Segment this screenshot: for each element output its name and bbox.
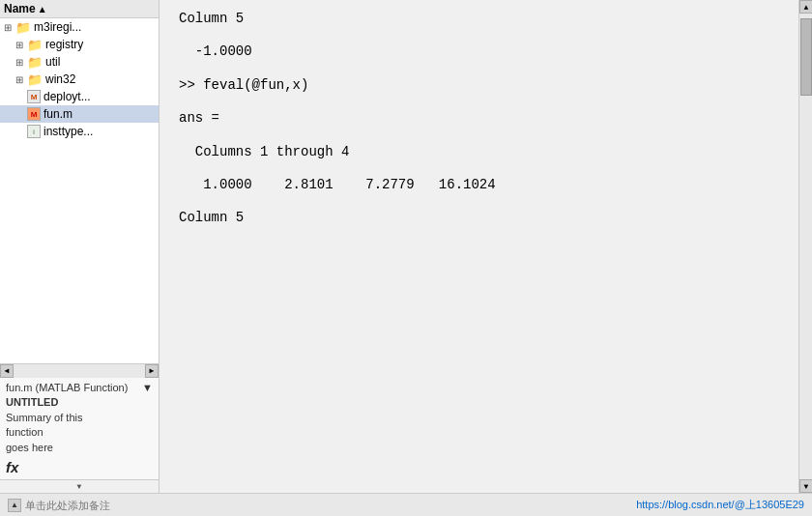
sidebar-info-header: fun.m (MATLAB Function) ▼	[6, 382, 153, 393]
blank-line	[179, 129, 779, 141]
tree-item-funm[interactable]: M fun.m	[0, 105, 159, 123]
status-note-input[interactable]	[25, 500, 159, 511]
tree-item-util[interactable]: ⊞ 📁 util	[0, 53, 159, 71]
sort-arrow-icon: ▲	[38, 4, 47, 14]
tree-header: Name ▲	[0, 0, 159, 18]
tree-item-insttype[interactable]: i insttype...	[0, 123, 159, 140]
status-bar: ▲ https://blog.csdn.net/@上13605E29	[0, 493, 812, 516]
expand-icon: ⊞	[15, 40, 27, 50]
file-inst-icon: i	[27, 125, 41, 138]
output-prompt-feval: >> feval(@fun,x)	[179, 74, 779, 96]
output-line-col5-top: Column 5	[179, 8, 779, 29]
scroll-track	[799, 14, 812, 479]
output-line-values14: 1.0000 2.8101 7.2779 16.1024	[179, 174, 779, 195]
output-text: Column 5	[179, 11, 244, 26]
file-m-icon: M	[27, 90, 41, 103]
folder-icon: 📁	[27, 38, 43, 51]
sidebar-info-panel: fun.m (MATLAB Function) ▼ UNTITLED Summa…	[0, 377, 159, 479]
blank-line	[179, 195, 779, 207]
collapse-icon[interactable]: ▼	[142, 382, 153, 393]
output-text: ans =	[179, 110, 219, 126]
name-column-header: Name	[4, 2, 36, 15]
tree-item-m3iregi[interactable]: ⊞ 📁 m3iregi...	[0, 18, 159, 36]
right-panel: Column 5 -1.0000 >> feval(@fun,x) ans = …	[160, 0, 812, 493]
console-scrollbar: ▲ ▼	[798, 0, 812, 493]
status-url: https://blog.csdn.net/@上13605E29	[636, 498, 804, 512]
sidebar-info-footer: fx	[6, 459, 153, 475]
main-area: Name ▲ ⊞ 📁 m3iregi... ⊞ 📁 registry ⊞ 📁 u…	[0, 0, 812, 493]
output-line-cols14: Columns 1 through 4	[179, 141, 779, 162]
scroll-right-btn[interactable]: ▶	[145, 364, 159, 378]
tree-item-registry[interactable]: ⊞ 📁 registry	[0, 36, 159, 53]
prompt-text: >> feval(@fun,x)	[179, 77, 308, 93]
sidebar-info-title: fun.m (MATLAB Function)	[6, 382, 128, 393]
expand-icon: ⊞	[4, 22, 15, 33]
info-description-2: function	[6, 426, 44, 438]
tree-item-label: m3iregi...	[34, 20, 81, 34]
scroll-left-btn[interactable]: ◀	[0, 364, 14, 378]
output-text: 1.0000 2.8101 7.2779 16.1024	[179, 177, 496, 192]
output-text: -1.0000	[179, 43, 252, 59]
status-scroll-up-btn[interactable]: ▲	[8, 499, 21, 512]
expand-icon: ⊞	[15, 57, 27, 68]
info-description-3: goes here	[6, 442, 53, 453]
output-text: Columns 1 through 4	[179, 144, 349, 159]
tree-item-label: util	[45, 55, 60, 69]
folder-icon: 📁	[27, 72, 43, 86]
status-bar-left: ▲	[8, 499, 636, 512]
scroll-down-icon: ▼	[77, 482, 82, 491]
tree-item-label: fun.m	[44, 107, 72, 121]
tree-item-label: registry	[45, 38, 83, 51]
scroll-thumb[interactable]	[800, 18, 812, 96]
scroll-up-btn[interactable]: ▲	[799, 0, 812, 14]
info-description: Summary of this	[6, 412, 82, 423]
file-m-icon: M	[27, 107, 41, 121]
tree-item-label: insttype...	[44, 125, 93, 138]
tree-item-deployt[interactable]: M deployt...	[0, 88, 159, 105]
scroll-down-btn[interactable]: ▼	[799, 479, 812, 493]
fx-icon: fx	[6, 459, 18, 475]
blank-line	[179, 63, 779, 74]
folder-icon: 📁	[27, 55, 43, 69]
console-output: Column 5 -1.0000 >> feval(@fun,x) ans = …	[160, 0, 798, 493]
blank-line	[179, 96, 779, 107]
expand-icon: ⊞	[15, 74, 27, 85]
folder-icon: 📁	[15, 20, 31, 34]
output-text: Column 5	[179, 210, 244, 225]
sidebar-info-text: UNTITLED Summary of this function goes h…	[6, 395, 153, 455]
blank-line	[179, 29, 779, 41]
info-title: UNTITLED	[6, 396, 58, 408]
output-line-ans: ans =	[179, 107, 779, 129]
output-line-col5-bottom: Column 5	[179, 207, 779, 228]
output-line-value1: -1.0000	[179, 41, 779, 62]
sidebar-tree: Name ▲ ⊞ 📁 m3iregi... ⊞ 📁 registry ⊞ 📁 u…	[0, 0, 159, 363]
sidebar-scroll-down[interactable]: ▼	[0, 479, 159, 493]
scroll-track-h	[14, 364, 145, 378]
blank-line	[179, 162, 779, 174]
tree-item-label: win32	[45, 72, 75, 86]
tree-item-label: deployt...	[44, 90, 91, 103]
sidebar: Name ▲ ⊞ 📁 m3iregi... ⊞ 📁 registry ⊞ 📁 u…	[0, 0, 160, 493]
tree-item-win32[interactable]: ⊞ 📁 win32	[0, 71, 159, 88]
